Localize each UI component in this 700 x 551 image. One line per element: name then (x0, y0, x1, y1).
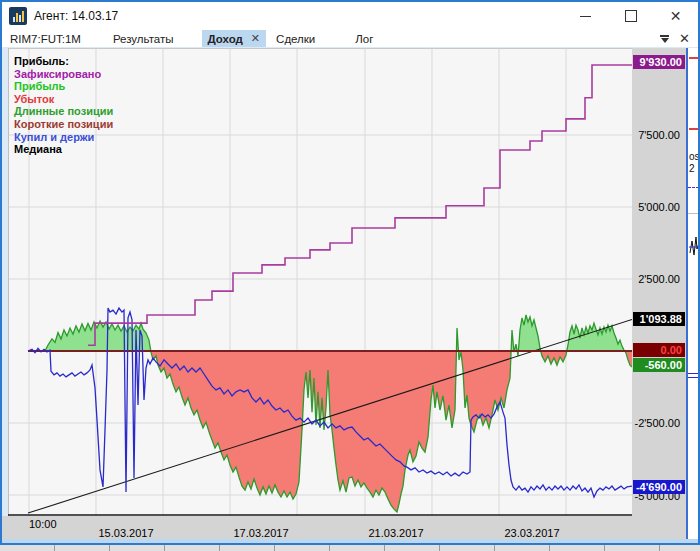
tab-лог[interactable]: Лог (349, 30, 379, 47)
window-bottom-frame (2, 539, 698, 543)
y-axis-label: 5'000.00 (638, 200, 680, 214)
y-axis-label: 0.00 (633, 343, 685, 357)
tab-label: RIM7:FUT:1M (10, 33, 81, 45)
legend-item: Медиана (14, 143, 113, 156)
screen: Агент: 14.03.17 ✕ RIM7:FUT:1MРезультатыД… (0, 0, 700, 551)
close-icon: ✕ (670, 8, 682, 24)
close-button[interactable]: ✕ (653, 2, 698, 30)
y-axis-label: 7'500.00 (638, 128, 680, 142)
mini-text-fragment: 2 (689, 164, 695, 174)
x-axis-label: 23.03.2017 (497, 527, 567, 539)
tab-rim7-fut-1m[interactable]: RIM7:FUT:1M (4, 30, 87, 47)
mini-blue-line (688, 373, 700, 374)
mini-candle-squiggle (688, 233, 700, 259)
mini-red-level-line (689, 57, 699, 59)
tab-list-menu-icon[interactable] (660, 35, 669, 43)
mini-red-level-line (689, 128, 699, 130)
x-axis-label: 21.03.2017 (361, 527, 431, 539)
mini-gridline (688, 213, 700, 214)
tab-сделки[interactable]: Сделки (270, 30, 321, 47)
x-axis-label: 10:00 (29, 518, 57, 530)
tab-close-icon[interactable]: ✕ (251, 32, 260, 45)
legend-item: Короткие позиции (14, 118, 113, 131)
tab-label: Доход (208, 33, 243, 45)
chart-region: Прибыль: ЗафиксированоПрибыльУбытокДлинн… (2, 47, 698, 539)
y-axis-panel: 9'930.007'500.005'000.002'500.001'093.88… (632, 48, 686, 539)
window-title: Агент: 14.03.17 (34, 9, 118, 23)
y-axis-label: -4'690.00 (633, 480, 685, 494)
maximize-button[interactable] (608, 2, 653, 30)
maximize-icon (625, 10, 637, 22)
legend-item: Купил и держи (14, 131, 113, 144)
minimize-button[interactable] (563, 2, 608, 30)
price-mini-panel: os2 (686, 48, 700, 539)
tab-label: Сделки (276, 33, 315, 45)
tab-доход[interactable]: Доход✕ (202, 30, 267, 47)
y-axis-label: 1'093.88 (633, 312, 685, 326)
tab-bar: RIM7:FUT:1MРезультатыДоход✕СделкиЛог ✕ (2, 30, 698, 47)
title-bar: Агент: 14.03.17 ✕ (2, 2, 698, 30)
tab-label: Лог (355, 33, 373, 45)
chart-legend: Прибыль: ЗафиксированоПрибыльУбытокДлинн… (14, 55, 113, 156)
x-axis-label: 15.03.2017 (91, 527, 161, 539)
window-buttons: ✕ (563, 2, 698, 30)
y-axis-label: 2'500.00 (638, 272, 680, 286)
legend-item: Прибыль (14, 80, 113, 93)
mini-blue-line (688, 377, 700, 378)
mini-text-fragment: os (689, 152, 700, 162)
tab-bar-tools: ✕ (660, 30, 698, 47)
background-window-strip (0, 545, 700, 551)
legend-item: Зафиксировано (14, 68, 113, 81)
legend-item: Длинные позиции (14, 105, 113, 118)
mini-blue-dashed-line (688, 187, 699, 188)
legend-title: Прибыль: (14, 55, 113, 68)
x-axis-panel: 10:0015.03.201717.03.201721.03.201723.03… (2, 516, 686, 539)
app-icon (9, 7, 27, 25)
app-window: Агент: 14.03.17 ✕ RIM7:FUT:1MРезультатыД… (0, 0, 700, 545)
x-axis-label: 17.03.2017 (226, 527, 296, 539)
tab-strip-close-icon[interactable]: ✕ (679, 31, 690, 46)
tab-label: Результаты (113, 33, 174, 45)
y-axis-label: -560.00 (633, 358, 685, 372)
legend-item: Убыток (14, 93, 113, 106)
minimize-icon (580, 16, 591, 17)
tab-результаты[interactable]: Результаты (107, 30, 180, 47)
y-axis-label: 9'930.00 (633, 55, 685, 69)
y-axis-label: -2'500.00 (634, 416, 680, 430)
